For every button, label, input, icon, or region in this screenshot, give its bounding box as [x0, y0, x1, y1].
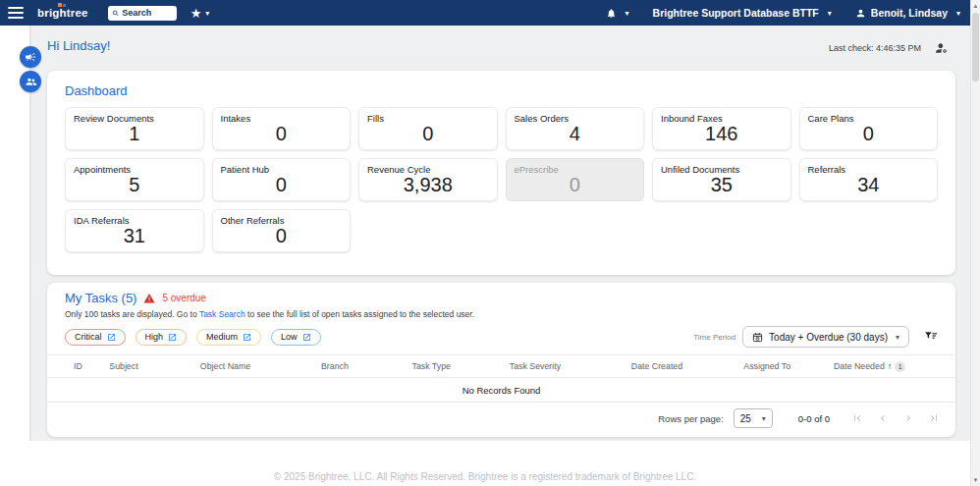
- manage-accounts-icon[interactable]: [935, 41, 949, 55]
- task-search-link[interactable]: Task Search: [199, 309, 245, 319]
- external-link-icon: [243, 333, 251, 342]
- rows-per-page-select[interactable]: 25 ▾: [734, 408, 773, 428]
- severity-chip-low[interactable]: Low: [271, 329, 321, 346]
- user-menu[interactable]: Benoit, Lindsay: [871, 7, 948, 19]
- page-greeting: Hi Lindsay!: [47, 38, 110, 53]
- top-navigation-bar: brightree ★ ▾ ▾ Brightree Support Databa…: [0, 0, 980, 26]
- filter-button[interactable]: [924, 330, 938, 344]
- tile-value: 3,938: [359, 175, 497, 195]
- last-check-label: Last check: 4:46:35 PM: [829, 43, 921, 53]
- pagination-bar: Rows per page: 25 ▾ 0-0 of 0: [47, 404, 955, 433]
- chip-label: Low: [281, 332, 298, 342]
- people-group-icon: [25, 76, 37, 88]
- tile-value: 4: [507, 124, 644, 144]
- previous-page-icon[interactable]: [877, 412, 889, 424]
- dashboard-tile-ida-referrals[interactable]: IDA Referrals31: [65, 209, 204, 252]
- column-label: Assigned To: [743, 361, 790, 371]
- chip-label: Medium: [206, 332, 238, 342]
- overdue-count: 5 overdue: [162, 293, 205, 303]
- column-header-id[interactable]: ID: [74, 361, 109, 371]
- dashboard-card: Dashboard Review Documents1Intakes0Fills…: [47, 71, 955, 275]
- table-header-row: IDSubjectObject NameBranchTask TypeTask …: [47, 355, 955, 377]
- brightree-logo-mark-icon: [58, 3, 67, 8]
- community-button[interactable]: [20, 71, 41, 92]
- tile-label: IDA Referrals: [66, 210, 203, 226]
- column-header-branch[interactable]: Branch: [321, 361, 412, 371]
- dashboard-tile-referrals[interactable]: Referrals34: [799, 158, 939, 201]
- menu-icon[interactable]: [8, 7, 24, 19]
- time-period-value: Today + Overdue (30 days): [769, 332, 888, 343]
- search-input[interactable]: [122, 8, 173, 18]
- tile-value: 34: [800, 175, 938, 195]
- favorites-chevron-down-icon[interactable]: ▾: [205, 9, 209, 18]
- rows-per-page-value: 25: [740, 413, 751, 424]
- column-header-assigned-to[interactable]: Assigned To: [743, 361, 834, 371]
- tile-label: Review Documents: [66, 108, 203, 124]
- dashboard-tile-appointments[interactable]: Appointments5: [65, 158, 204, 201]
- tile-label: Unfiled Documents: [653, 159, 790, 175]
- search-icon: [112, 9, 119, 18]
- announcements-button[interactable]: [20, 46, 41, 68]
- tile-label: ePrescribe: [507, 159, 644, 175]
- scrollbar-thumb[interactable]: [972, 13, 979, 81]
- tile-label: Patient Hub: [213, 159, 351, 175]
- column-label: Object Name: [200, 361, 250, 371]
- tasks-note-prefix: Only 100 tasks are displayed. Go to: [65, 309, 199, 319]
- column-header-task-type[interactable]: Task Type: [412, 361, 510, 371]
- favorites-star-icon[interactable]: ★: [191, 7, 202, 20]
- severity-chip-medium[interactable]: Medium: [196, 329, 261, 346]
- brightree-logo[interactable]: brightree: [37, 7, 88, 19]
- dashboard-tile-care-plans[interactable]: Care Plans0: [799, 107, 939, 150]
- column-header-object-name[interactable]: Object Name: [200, 361, 321, 371]
- vertical-scrollbar[interactable]: ▲ ▼: [970, 0, 980, 486]
- tile-value: 0: [213, 124, 351, 144]
- last-check-area: Last check: 4:46:35 PM: [829, 41, 949, 55]
- scroll-up-icon[interactable]: ▲: [971, 0, 980, 12]
- time-period-select[interactable]: Today + Overdue (30 days) ▾: [742, 326, 909, 348]
- tile-label: Care Plans: [800, 108, 938, 124]
- dashboard-tile-inbound-faxes[interactable]: Inbound Faxes146: [652, 107, 791, 150]
- chip-label: High: [145, 332, 164, 342]
- severity-chip-critical[interactable]: Critical: [65, 329, 126, 346]
- user-avatar-icon[interactable]: [855, 8, 866, 19]
- user-chevron-down-icon[interactable]: ▾: [956, 9, 960, 18]
- filter-icon: [924, 330, 938, 344]
- first-page-icon[interactable]: [851, 412, 863, 424]
- page-footer: © 2025 Brightree, LLC. All Rights Reserv…: [0, 441, 970, 486]
- column-header-date-needed[interactable]: Date Needed↑1: [834, 361, 955, 372]
- dashboard-tile-unfiled-documents[interactable]: Unfiled Documents35: [652, 158, 791, 201]
- dashboard-tile-patient-hub[interactable]: Patient Hub0: [212, 158, 352, 201]
- tile-label: Inbound Faxes: [653, 108, 790, 124]
- dashboard-tile-revenue-cycle[interactable]: Revenue Cycle3,938: [358, 158, 498, 201]
- dashboard-tile-review-documents[interactable]: Review Documents1: [65, 107, 204, 150]
- tile-value: 0: [359, 124, 497, 144]
- dashboard-tile-sales-orders[interactable]: Sales Orders4: [506, 107, 645, 150]
- rows-per-page-label: Rows per page:: [658, 413, 724, 424]
- notifications-chevron-down-icon[interactable]: ▾: [626, 9, 629, 18]
- external-link-icon: [168, 333, 177, 342]
- column-header-date-created[interactable]: Date Created: [631, 361, 744, 371]
- dashboard-tile-other-referrals[interactable]: Other Referrals0: [212, 209, 352, 252]
- tile-label: Fills: [359, 108, 497, 124]
- column-header-task-severity[interactable]: Task Severity: [510, 361, 631, 371]
- global-search[interactable]: [108, 6, 177, 21]
- column-header-subject[interactable]: Subject: [109, 361, 200, 371]
- external-link-icon: [107, 333, 116, 342]
- severity-chip-high[interactable]: High: [136, 329, 188, 346]
- dashboard-tile-intakes[interactable]: Intakes0: [212, 107, 352, 150]
- time-period-chevron-down-icon: ▾: [896, 333, 899, 342]
- next-page-icon[interactable]: [902, 412, 914, 424]
- tile-value: 0: [800, 124, 938, 144]
- dashboard-tile-fills[interactable]: Fills0: [358, 107, 498, 150]
- tile-value: 31: [66, 226, 203, 246]
- tile-value: 0: [213, 226, 351, 246]
- database-chevron-down-icon[interactable]: ▾: [828, 9, 832, 18]
- left-gutter: [0, 26, 29, 486]
- divider: [47, 402, 955, 403]
- tile-label: Revenue Cycle: [359, 159, 497, 175]
- notifications-bell-icon[interactable]: [606, 8, 617, 19]
- scroll-down-icon[interactable]: ▼: [971, 474, 980, 486]
- database-selector[interactable]: Brightree Support Database BTTF: [653, 7, 819, 19]
- last-page-icon[interactable]: [928, 412, 940, 424]
- dashboard-tile-eprescribe: ePrescribe0: [506, 158, 645, 201]
